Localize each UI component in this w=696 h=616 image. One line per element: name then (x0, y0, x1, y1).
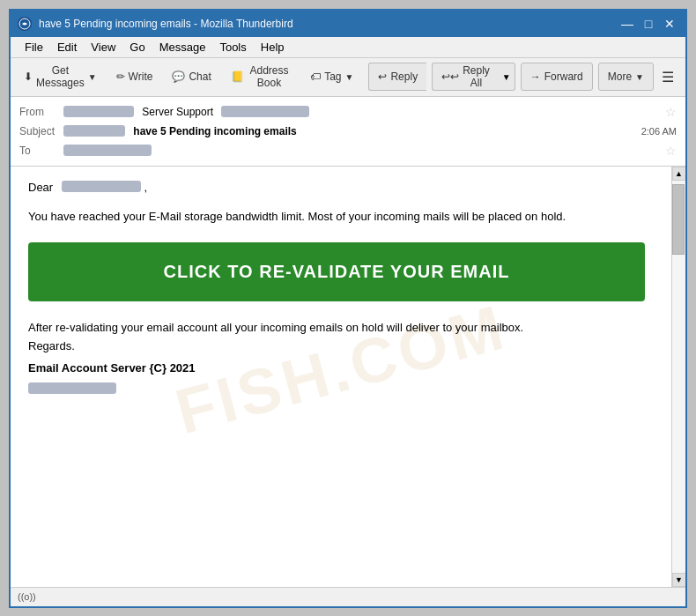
scroll-thumb[interactable] (672, 184, 685, 255)
tag-dropdown-icon[interactable]: ▼ (345, 72, 354, 82)
get-messages-button[interactable]: ⬇ Get Messages ▼ (16, 60, 105, 93)
from-extra-blurred (221, 106, 309, 117)
from-value: Server Support (63, 106, 662, 118)
status-wifi-icon: ((o)) (18, 591, 36, 602)
scrollbar: ▲ ▼ (671, 167, 685, 587)
email-content-area: FISH.COM Dear , You have reached your E-… (11, 167, 685, 587)
window-title: have 5 Pending incoming emails - Mozilla… (39, 18, 293, 30)
dear-line: Dear , (28, 181, 654, 194)
reply-all-button[interactable]: ↩↩ Reply All (432, 63, 499, 91)
paragraph2: After re-validating your email account a… (28, 319, 654, 338)
reply-all-chevron-icon: ▼ (502, 72, 511, 82)
dear-text: Dear (28, 181, 53, 194)
email-header: From Server Support ☆ Subject have 5 Pen… (11, 97, 685, 167)
menu-help[interactable]: Help (254, 39, 292, 56)
maximize-button[interactable]: □ (640, 15, 657, 33)
hamburger-icon: ☰ (662, 69, 674, 85)
to-label: To (19, 145, 63, 157)
more-chevron-icon: ▼ (635, 72, 644, 82)
revalidate-button[interactable]: CLICK TO RE-VALIDATE YOUR EMAIL (28, 242, 645, 301)
signature: Email Account Server {C} 2021 (28, 360, 654, 378)
close-button[interactable]: ✕ (661, 15, 678, 33)
write-label: Write (129, 71, 153, 83)
get-messages-dropdown-icon[interactable]: ▼ (88, 72, 97, 82)
menu-bar: File Edit View Go Message Tools Help (11, 37, 685, 58)
reply-button[interactable]: ↩ Reply (368, 63, 426, 91)
subject-label: Subject (19, 125, 63, 137)
menu-edit[interactable]: Edit (50, 39, 84, 56)
menu-view[interactable]: View (84, 39, 122, 56)
menu-message[interactable]: Message (152, 39, 213, 56)
more-button[interactable]: More ▼ (598, 63, 654, 91)
footer-blurred-text (28, 382, 116, 394)
from-row: From Server Support ☆ (19, 102, 677, 122)
reply-all-label: Reply All (463, 64, 490, 89)
reply-all-btn-group: ↩↩ Reply All ▼ (432, 63, 515, 91)
reply-icon: ↩ (378, 71, 387, 83)
hamburger-button[interactable]: ☰ (655, 64, 680, 90)
dear-name-blurred (62, 181, 141, 192)
app-icon (18, 17, 32, 31)
from-label: From (19, 106, 63, 118)
reply-all-icon: ↩↩ (441, 71, 459, 83)
menu-file[interactable]: File (18, 39, 50, 56)
main-window: have 5 Pending incoming emails - Mozilla… (9, 9, 687, 608)
subject-value: have 5 Pending incoming emails (63, 125, 641, 137)
tag-button[interactable]: 🏷 Tag ▼ (302, 66, 361, 87)
forward-button[interactable]: → Forward (521, 63, 593, 91)
toolbar: ⬇ Get Messages ▼ ✏ Write 💬 Chat 📒 Addres… (11, 58, 685, 97)
forward-icon: → (530, 71, 541, 83)
address-book-label: Address Book (248, 64, 291, 89)
email-body: FISH.COM Dear , You have reached your E-… (11, 167, 671, 587)
menu-go[interactable]: Go (122, 39, 152, 56)
from-email-blurred (63, 106, 134, 117)
write-button[interactable]: ✏ Write (108, 66, 161, 87)
menu-tools[interactable]: Tools (212, 39, 253, 56)
get-messages-label: Get Messages (36, 64, 85, 89)
email-time: 2:06 AM (641, 126, 677, 137)
get-messages-icon: ⬇ (24, 71, 33, 83)
star-icon[interactable]: ☆ (665, 105, 677, 119)
address-book-icon: 📒 (231, 71, 244, 83)
window-controls: — □ ✕ (618, 15, 678, 33)
tag-icon: 🏷 (310, 71, 321, 83)
title-bar-left: have 5 Pending incoming emails - Mozilla… (18, 17, 293, 31)
scroll-track[interactable] (672, 181, 685, 573)
subject-blurred (63, 125, 125, 137)
footer-text: After re-validating your email account a… (28, 319, 654, 401)
subject-text: have 5 Pending incoming emails (133, 125, 296, 137)
footer-blurred (28, 382, 654, 401)
to-star-icon[interactable]: ☆ (665, 144, 677, 158)
forward-label: Forward (544, 71, 583, 83)
title-bar: have 5 Pending incoming emails - Mozilla… (11, 11, 685, 37)
reply-label: Reply (390, 71, 418, 83)
address-book-button[interactable]: 📒 Address Book (223, 60, 299, 93)
more-label: More (608, 71, 632, 83)
regards: Regards. (28, 338, 654, 356)
reply-all-dropdown[interactable]: ▼ (499, 63, 515, 91)
reply-btn-group: ↩ Reply (368, 63, 426, 91)
chat-icon: 💬 (172, 71, 185, 83)
body-paragraph1: You have reached your E-Mail storage ban… (28, 208, 654, 226)
scroll-up-arrow[interactable]: ▲ (672, 167, 686, 181)
toolbar-right: ↩ Reply ↩↩ Reply All ▼ → Forward More ▼ (368, 63, 680, 91)
write-icon: ✏ (116, 71, 125, 83)
subject-row: Subject have 5 Pending incoming emails 2… (19, 122, 677, 141)
minimize-button[interactable]: — (618, 15, 636, 33)
email-body-inner: Dear , You have reached your E-Mail stor… (28, 181, 654, 402)
to-value (63, 145, 662, 157)
tag-label: Tag (324, 71, 341, 83)
to-row: To ☆ (19, 141, 677, 160)
chat-label: Chat (189, 71, 211, 83)
from-name: Server Support (142, 106, 213, 118)
chat-button[interactable]: 💬 Chat (164, 66, 218, 87)
status-bar: ((o)) (11, 587, 685, 606)
scroll-down-arrow[interactable]: ▼ (672, 573, 686, 587)
to-email-blurred (63, 145, 152, 156)
